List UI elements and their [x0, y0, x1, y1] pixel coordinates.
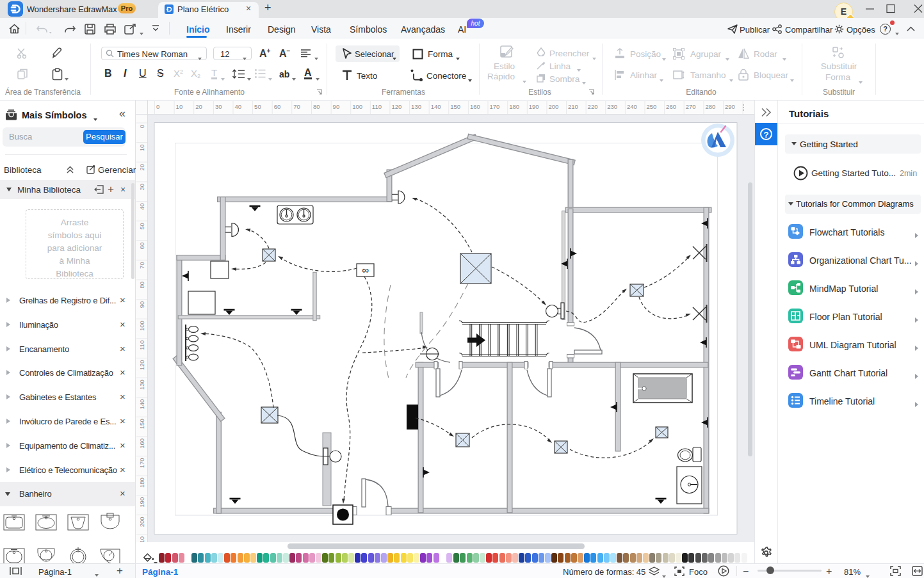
svg-text:20: 20 [138, 164, 145, 171]
svg-text:160: 160 [138, 438, 145, 449]
svg-text:150: 150 [138, 419, 145, 429]
svg-text:190: 190 [529, 103, 539, 110]
svg-text:150: 150 [450, 103, 460, 110]
svg-text:180: 180 [509, 103, 519, 110]
svg-text:130: 130 [411, 103, 421, 110]
svg-text:30: 30 [215, 103, 222, 110]
svg-text:0: 0 [156, 103, 159, 110]
svg-text:60: 60 [138, 243, 145, 250]
svg-text:90: 90 [333, 103, 340, 110]
svg-text:10: 10 [138, 145, 145, 152]
svg-text:140: 140 [138, 399, 145, 410]
svg-text:80: 80 [138, 282, 145, 289]
svg-text:120: 120 [138, 360, 145, 370]
svg-text:220: 220 [588, 103, 598, 110]
svg-text:230: 230 [607, 103, 617, 110]
svg-text:170: 170 [490, 103, 500, 110]
svg-text:100: 100 [138, 321, 145, 331]
svg-text:200: 200 [138, 517, 145, 527]
svg-text:80: 80 [313, 103, 320, 110]
svg-text:200: 200 [548, 103, 558, 110]
svg-text:110: 110 [372, 103, 382, 110]
svg-text:250: 250 [647, 103, 657, 110]
svg-text:240: 240 [627, 103, 637, 110]
svg-text:10: 10 [176, 103, 183, 110]
svg-text:∞: ∞ [362, 264, 369, 275]
svg-text:0: 0 [138, 125, 145, 128]
svg-text:30: 30 [138, 184, 145, 191]
svg-text:20: 20 [195, 103, 202, 110]
svg-text:270: 270 [686, 103, 696, 110]
svg-text:90: 90 [138, 301, 145, 309]
svg-text:70: 70 [138, 262, 145, 269]
svg-text:140: 140 [431, 103, 441, 110]
svg-text:290: 290 [725, 103, 735, 110]
svg-text:110: 110 [138, 341, 145, 350]
svg-text:260: 260 [666, 103, 676, 110]
svg-text:210: 210 [138, 536, 145, 542]
svg-text:50: 50 [138, 223, 145, 230]
svg-text:180: 180 [138, 478, 145, 488]
svg-text:60: 60 [274, 103, 281, 110]
svg-text:130: 130 [138, 380, 145, 390]
svg-text:50: 50 [254, 103, 261, 110]
svg-text:100: 100 [352, 103, 362, 110]
svg-text:40: 40 [235, 103, 242, 110]
svg-text:210: 210 [568, 103, 578, 110]
svg-text:190: 190 [138, 497, 145, 508]
svg-text:70: 70 [293, 103, 300, 110]
svg-text:170: 170 [138, 458, 145, 469]
svg-text:160: 160 [470, 103, 480, 110]
svg-text:40: 40 [138, 204, 145, 211]
svg-text:120: 120 [391, 103, 401, 110]
svg-text:280: 280 [705, 103, 715, 110]
